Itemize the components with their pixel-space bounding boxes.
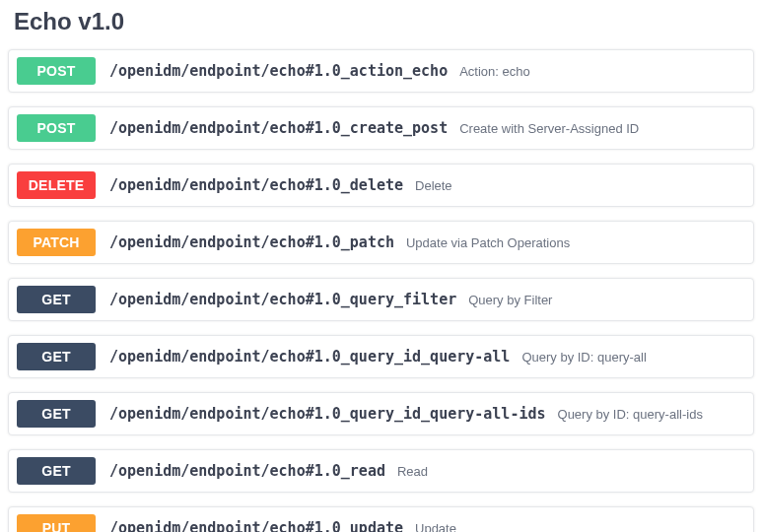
operation-description: Query by Filter <box>468 293 552 307</box>
operation-row[interactable]: POST /openidm/endpoint/echo#1.0_action_e… <box>8 49 754 93</box>
operation-description: Action: echo <box>459 64 530 79</box>
operation-row[interactable]: GET /openidm/endpoint/echo#1.0_query_id_… <box>8 392 754 435</box>
operation-row[interactable]: POST /openidm/endpoint/echo#1.0_create_p… <box>8 106 754 150</box>
operation-path: /openidm/endpoint/echo#1.0_update <box>109 519 403 532</box>
operation-path: /openidm/endpoint/echo#1.0_query_id_quer… <box>109 405 546 423</box>
method-badge: POST <box>17 57 96 85</box>
operation-path: /openidm/endpoint/echo#1.0_query_id_quer… <box>109 348 510 366</box>
operation-row[interactable]: PATCH /openidm/endpoint/echo#1.0_patch U… <box>8 221 754 264</box>
operation-row[interactable]: GET /openidm/endpoint/echo#1.0_query_fil… <box>8 278 754 321</box>
operation-path: /openidm/endpoint/echo#1.0_query_filter <box>109 291 456 308</box>
method-badge: GET <box>17 286 96 313</box>
section-title: Echo v1.0 <box>14 8 124 34</box>
operation-description: Query by ID: query-all <box>521 350 646 365</box>
operation-path: /openidm/endpoint/echo#1.0_create_post <box>109 119 448 137</box>
operation-row[interactable]: PUT /openidm/endpoint/echo#1.0_update Up… <box>8 506 754 532</box>
method-badge: POST <box>17 114 96 142</box>
operation-path: /openidm/endpoint/echo#1.0_read <box>109 462 385 480</box>
operation-description: Delete <box>415 178 452 193</box>
operation-description: Read <box>397 464 428 479</box>
operation-description: Create with Server-Assigned ID <box>459 121 639 136</box>
method-badge: PATCH <box>17 229 96 256</box>
operation-path: /openidm/endpoint/echo#1.0_patch <box>109 233 394 251</box>
method-badge: GET <box>17 457 96 485</box>
method-badge: PUT <box>17 514 96 532</box>
operation-description: Update via Patch Operations <box>406 235 570 250</box>
operation-row[interactable]: GET /openidm/endpoint/echo#1.0_read Read <box>8 449 754 493</box>
operation-row[interactable]: DELETE /openidm/endpoint/echo#1.0_delete… <box>8 164 754 207</box>
operation-description: Query by ID: query-all-ids <box>558 407 703 422</box>
operations-list: POST /openidm/endpoint/echo#1.0_action_e… <box>0 49 762 532</box>
operation-description: Update <box>415 521 456 533</box>
operation-path: /openidm/endpoint/echo#1.0_delete <box>109 176 403 194</box>
section-header[interactable]: Echo v1.0 <box>0 0 762 49</box>
method-badge: GET <box>17 343 96 370</box>
operation-row[interactable]: GET /openidm/endpoint/echo#1.0_query_id_… <box>8 335 754 378</box>
method-badge: GET <box>17 400 96 428</box>
operation-path: /openidm/endpoint/echo#1.0_action_echo <box>109 62 448 80</box>
method-badge: DELETE <box>17 171 96 199</box>
